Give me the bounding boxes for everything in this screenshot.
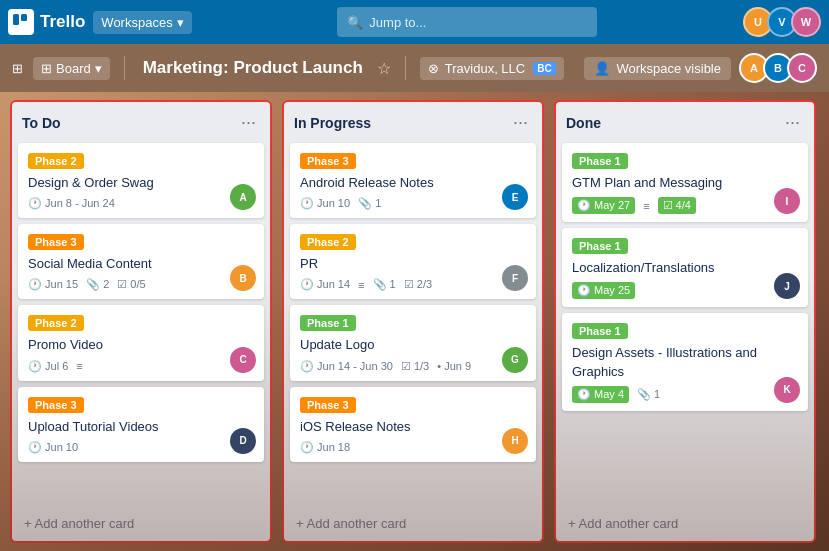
card-c8[interactable]: Phase 3iOS Release Notes🕐 Jun 18H [290,387,536,462]
card-date: 🕐 Jun 14 [300,278,350,291]
svg-rect-1 [21,14,27,21]
workspaces-menu[interactable]: Workspaces ▾ [93,11,191,34]
search-placeholder: Jump to... [369,15,426,30]
column-title: Done [566,115,601,131]
column-menu-button[interactable]: ··· [237,110,260,135]
card-attachment-count: 📎 1 [637,388,660,401]
add-card-button[interactable]: + Add another card [16,510,266,537]
card-date: 🕐 Jun 10 [28,441,78,454]
card-desc-icon: ≡ [76,360,82,372]
card-attachments: 📎 2 [86,278,109,291]
card-c4[interactable]: Phase 3Upload Tutorial Videos🕐 Jun 10D [18,387,264,462]
card-title: Social Media Content [28,255,254,273]
card-date: 🕐 Jun 10 [300,197,350,210]
card-checklist: ☑ 4/4 [658,197,696,214]
card-title: Android Release Notes [300,174,526,192]
column-todo: To Do···Phase 2Design & Order Swag🕐 Jun … [10,100,272,543]
add-card-button[interactable]: + Add another card [288,510,538,537]
phase-badge: Phase 1 [572,238,628,254]
card-checklist: ☑ 0/5 [117,278,145,291]
card-meta: 🕐 Jun 15📎 2☑ 0/5 [28,278,254,291]
board-icon: ⊞ [41,61,52,76]
add-card-button[interactable]: + Add another card [560,510,810,537]
card-c9[interactable]: Phase 1GTM Plan and Messaging🕐 May 27≡☑ … [562,143,808,222]
nav-right: U V W [743,7,821,37]
card-date: 🕐 Jun 15 [28,278,78,291]
divider [405,56,406,80]
card-avatar: D [230,428,256,454]
card-title: Design Assets - Illustrations and Graphi… [572,344,798,380]
star-icon[interactable]: ☆ [377,59,391,78]
board-header: ⊞ ⊞ Board ▾ Marketing: Product Launch ☆ … [0,44,829,92]
top-nav: Trello Workspaces ▾ 🔍 Jump to... U V W [0,0,829,44]
header-right: 👤 Workspace visible A B C [584,53,817,83]
svg-rect-0 [13,14,19,25]
card-date: 🕐 Jun 14 - Jun 30 [300,360,393,373]
phase-badge: Phase 3 [300,153,356,169]
card-date-green: 🕐 May 4 [572,386,629,403]
avatar-3[interactable]: W [791,7,821,37]
card-title: Update Logo [300,336,526,354]
chevron-down-icon: ▾ [177,15,184,30]
card-meta: 🕐 Jun 10📎 1 [300,197,526,210]
column-inprogress: In Progress···Phase 3Android Release Not… [282,100,544,543]
cards-container: Phase 3Android Release Notes🕐 Jun 10📎 1E… [284,139,542,508]
card-title: GTM Plan and Messaging [572,174,798,192]
workspace-badge[interactable]: ⊗ Travidux, LLC BC [420,57,564,80]
column-menu-button[interactable]: ··· [781,110,804,135]
person-icon: 👤 [594,61,610,76]
card-meta: 🕐 May 27≡☑ 4/4 [572,197,798,214]
search-icon: 🔍 [347,15,363,30]
search-bar[interactable]: 🔍 Jump to... [337,7,597,37]
column-header: In Progress··· [284,102,542,139]
board-view-button[interactable]: ⊞ Board ▾ [33,57,110,80]
card-avatar: G [502,347,528,373]
phase-badge: Phase 1 [572,323,628,339]
phase-badge: Phase 1 [300,315,356,331]
card-meta: 🕐 May 4📎 1 [572,386,798,403]
workspace-icon: ⊗ [428,61,439,76]
phase-badge: Phase 3 [300,397,356,413]
member-avatar-3[interactable]: C [787,53,817,83]
card-c1[interactable]: Phase 2Design & Order Swag🕐 Jun 8 - Jun … [18,143,264,218]
card-meta: 🕐 Jun 14≡📎 1☑ 2/3 [300,278,526,291]
divider [124,56,125,80]
column-title: To Do [22,115,61,131]
card-c7[interactable]: Phase 1Update Logo🕐 Jun 14 - Jun 30☑ 1/3… [290,305,536,380]
phase-badge: Phase 3 [28,234,84,250]
card-meta: 🕐 Jul 6≡ [28,360,254,373]
card-avatar: H [502,428,528,454]
card-title: Promo Video [28,336,254,354]
column-title: In Progress [294,115,371,131]
card-avatar: C [230,347,256,373]
phase-badge: Phase 2 [300,234,356,250]
card-c6[interactable]: Phase 2PR🕐 Jun 14≡📎 1☑ 2/3F [290,224,536,299]
phase-badge: Phase 1 [572,153,628,169]
sidebar-toggle[interactable]: ⊞ [12,61,23,76]
card-c3[interactable]: Phase 2Promo Video🕐 Jul 6≡C [18,305,264,380]
workspace-visible-button[interactable]: 👤 Workspace visible [584,57,731,80]
card-attachment-count: 📎 1 [358,197,381,210]
card-date: 🕐 Jun 8 - Jun 24 [28,197,115,210]
card-due-date: • Jun 9 [437,360,471,372]
card-c10[interactable]: Phase 1Localization/Translations🕐 May 25… [562,228,808,307]
card-title: iOS Release Notes [300,418,526,436]
card-c11[interactable]: Phase 1Design Assets - Illustrations and… [562,313,808,410]
card-title: Upload Tutorial Videos [28,418,254,436]
card-c2[interactable]: Phase 3Social Media Content🕐 Jun 15📎 2☑ … [18,224,264,299]
phase-badge: Phase 3 [28,397,84,413]
board-area: To Do···Phase 2Design & Order Swag🕐 Jun … [0,92,829,551]
card-avatar: K [774,377,800,403]
card-meta: 🕐 Jun 8 - Jun 24 [28,197,254,210]
app-logo[interactable]: Trello [8,9,85,35]
card-c5[interactable]: Phase 3Android Release Notes🕐 Jun 10📎 1E [290,143,536,218]
card-meta: 🕐 May 25 [572,282,798,299]
column-menu-button[interactable]: ··· [509,110,532,135]
card-title: PR [300,255,526,273]
card-checklist: ☑ 1/3 [401,360,429,373]
card-desc-icon: ≡ [643,200,649,212]
board-title: Marketing: Product Launch [143,58,363,78]
card-title: Design & Order Swag [28,174,254,192]
trello-icon [8,9,34,35]
cards-container: Phase 2Design & Order Swag🕐 Jun 8 - Jun … [12,139,270,508]
